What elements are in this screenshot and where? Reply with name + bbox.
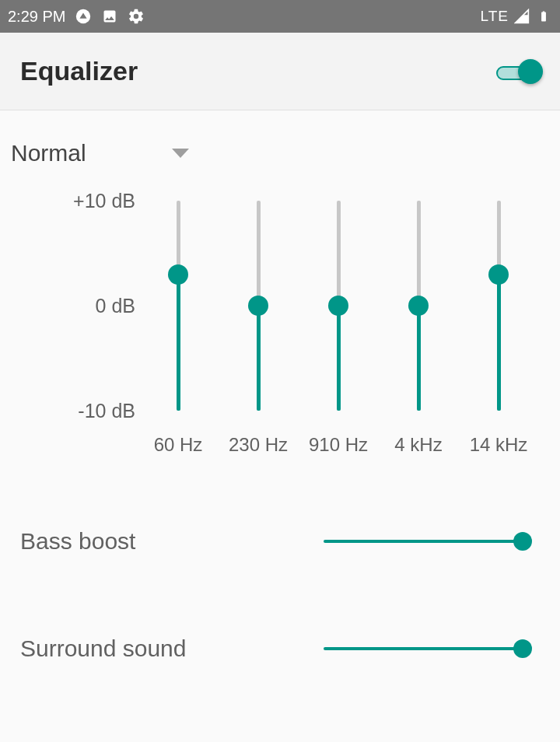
chevron-down-icon bbox=[172, 149, 189, 158]
slider-thumb[interactable] bbox=[488, 264, 509, 285]
battery-icon bbox=[535, 8, 552, 25]
xtick-label: 60 Hz bbox=[143, 434, 213, 456]
eq-band-slider[interactable] bbox=[303, 201, 373, 411]
circle-triangle-icon bbox=[75, 8, 92, 25]
eq-band-slider[interactable] bbox=[223, 201, 293, 411]
surround-sound-slider[interactable] bbox=[324, 639, 527, 659]
image-icon bbox=[101, 8, 118, 25]
slider-thumb[interactable] bbox=[248, 296, 268, 316]
ytick-label: 0 dB bbox=[96, 295, 135, 317]
xtick-label: 910 Hz bbox=[303, 434, 373, 456]
page-title: Equalizer bbox=[20, 56, 138, 86]
slider-thumb[interactable] bbox=[328, 296, 348, 316]
network-label: LTE bbox=[481, 8, 509, 25]
eq-band-slider[interactable] bbox=[464, 201, 534, 411]
ytick-label: +10 dB bbox=[73, 190, 135, 212]
equalizer-toggle[interactable] bbox=[496, 61, 540, 82]
equalizer-bands: +10 dB0 dB-10 dB 60 Hz230 Hz910 Hz4 kHz1… bbox=[11, 201, 549, 481]
gear-icon bbox=[128, 8, 145, 25]
bass-boost-label: Bass boost bbox=[20, 528, 324, 555]
bass-boost-slider[interactable] bbox=[324, 531, 527, 551]
preset-dropdown[interactable]: Normal bbox=[11, 110, 549, 185]
app-bar: Equalizer bbox=[0, 33, 560, 110]
eq-band-slider[interactable] bbox=[143, 201, 213, 411]
xtick-label: 230 Hz bbox=[223, 434, 293, 456]
slider-thumb[interactable] bbox=[168, 264, 188, 285]
xtick-label: 4 kHz bbox=[383, 434, 453, 456]
surround-sound-label: Surround sound bbox=[20, 635, 324, 662]
status-bar: 2:29 PM LTE bbox=[0, 0, 560, 33]
slider-thumb[interactable] bbox=[408, 296, 429, 316]
eq-band-slider[interactable] bbox=[383, 201, 453, 411]
xtick-label: 14 kHz bbox=[464, 434, 534, 456]
preset-selected-label: Normal bbox=[11, 140, 86, 166]
signal-icon bbox=[513, 8, 530, 25]
ytick-label: -10 dB bbox=[78, 400, 135, 422]
status-clock: 2:29 PM bbox=[8, 8, 65, 26]
